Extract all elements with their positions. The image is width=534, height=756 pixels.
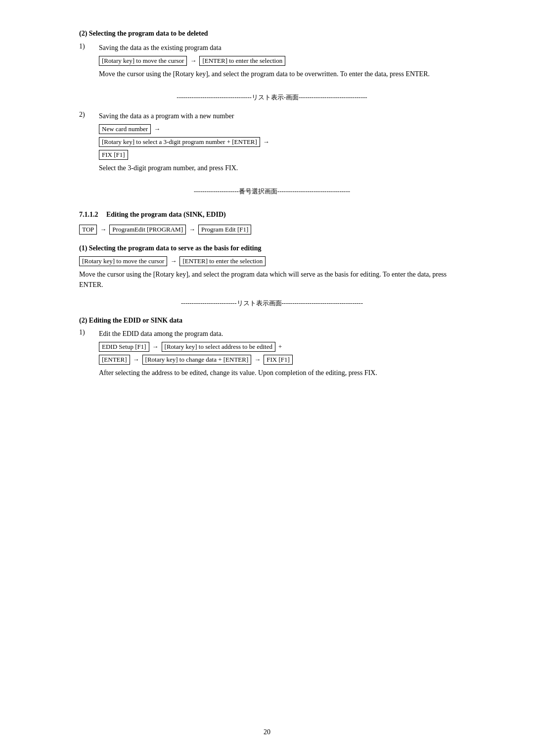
item-1-arrow1: → — [190, 57, 196, 65]
item-2-content: Saving the data as a program with a new … — [99, 111, 465, 178]
sub2-box1: EDID Setup [F1] — [99, 342, 149, 352]
item-2-arrow1: → — [154, 125, 160, 133]
sub2-item1-num: 1) — [79, 329, 99, 383]
nav-box2: ProgramEdit [PROGRAM] — [109, 225, 186, 235]
divider-3: --------------------------リスト表示画面-------… — [79, 299, 465, 308]
sub1-box1: [Rotary key] to move the cursor — [79, 256, 167, 266]
item-2-step2: [Rotary key] to select a 3-digit program… — [99, 137, 465, 147]
item-2-num: 2) — [79, 111, 99, 178]
item-1-para: Move the cursor using the [Rotary key], … — [99, 69, 465, 79]
sub2-item1: 1) Edit the EDID data among the program … — [79, 329, 465, 383]
sub1-para: Move the cursor using the [Rotary key], … — [79, 269, 465, 290]
item-2-label: Saving the data as a program with a new … — [99, 111, 465, 121]
section-711: 7.1.1.2 Editing the program data (SINK, … — [79, 211, 465, 383]
sub2-box4: [Rotary key] to change data + [ENTER] — [142, 355, 252, 365]
sub-section-1: (1) Selecting the program data to serve … — [79, 244, 465, 290]
item-1-box1: [Rotary key] to move the cursor — [99, 56, 187, 66]
sub-section-2: (2) Editing the EDID or SINK data 1) Edi… — [79, 317, 465, 383]
item-2-box2: [Rotary key] to select a 3-digit program… — [99, 137, 260, 147]
sub2-box2: [Rotary key] to select address to be edi… — [162, 342, 275, 352]
sub2-item1-para: After selecting the address to be edited… — [99, 368, 465, 378]
sub2-item1-content: Edit the EDID data among the program dat… — [99, 329, 465, 383]
sub-section-1-heading: (1) Selecting the program data to serve … — [79, 244, 465, 252]
divider-2: ---------------------番号選択画面-------------… — [79, 187, 465, 196]
sub2-arrow3: → — [254, 356, 261, 364]
sub2-box5: FIX [F1] — [264, 355, 293, 365]
section-2-heading: (2) Selecting the program data to be del… — [79, 30, 465, 38]
nav-box1: TOP — [79, 225, 97, 235]
item-1-num: 1) — [79, 43, 99, 84]
sub2-plus1: + — [278, 343, 282, 351]
sub2-item1-label: Edit the EDID data among the program dat… — [99, 329, 465, 339]
sub2-arrow2: → — [133, 356, 139, 364]
nav-arrow1: → — [100, 226, 106, 234]
sub2-arrow1: → — [152, 343, 159, 351]
item-1: 1) Saving the data as the existing progr… — [79, 43, 465, 84]
sub1-box2: [ENTER] to enter the selection — [179, 256, 266, 266]
divider-1: -----------------------------------リスト表示… — [79, 93, 465, 102]
nav-box3: Program Edit [F1] — [198, 225, 251, 235]
sub2-box3: [ENTER] — [99, 355, 130, 365]
page-number: 20 — [264, 728, 270, 736]
item-2: 2) Saving the data as a program with a n… — [79, 111, 465, 178]
item-2-step1: New card number → — [99, 124, 465, 134]
page: (2) Selecting the program data to be del… — [0, 0, 534, 756]
item-2-box3: FIX [F1] — [99, 150, 128, 160]
item-1-box2: [ENTER] to enter the selection — [199, 56, 285, 66]
nav-arrow2: → — [189, 226, 195, 234]
section-711-number: 7.1.1.2 — [79, 211, 106, 219]
item-1-step1: [Rotary key] to move the cursor → [ENTER… — [99, 56, 465, 66]
section-711-header: 7.1.1.2 Editing the program data (SINK, … — [79, 211, 465, 219]
section-711-nav: TOP → ProgramEdit [PROGRAM] → Program Ed… — [79, 225, 465, 235]
item-2-arrow2: → — [263, 138, 269, 146]
sub-section-2-heading: (2) Editing the EDID or SINK data — [79, 317, 465, 325]
sub2-step2: [ENTER] → [Rotary key] to change data + … — [99, 355, 465, 365]
item-2-para: Select the 3-digit program number, and p… — [99, 163, 465, 173]
item-2-box1: New card number — [99, 124, 151, 134]
sub1-arrow1: → — [170, 257, 177, 265]
item-2-step3: FIX [F1] — [99, 150, 465, 160]
sub1-step1: [Rotary key] to move the cursor → [ENTER… — [79, 256, 465, 266]
item-1-content: Saving the data as the existing program … — [99, 43, 465, 84]
sub2-step1: EDID Setup [F1] → [Rotary key] to select… — [99, 342, 465, 352]
section-711-title: Editing the program data (SINK, EDID) — [106, 211, 226, 219]
item-1-label: Saving the data as the existing program … — [99, 43, 465, 53]
